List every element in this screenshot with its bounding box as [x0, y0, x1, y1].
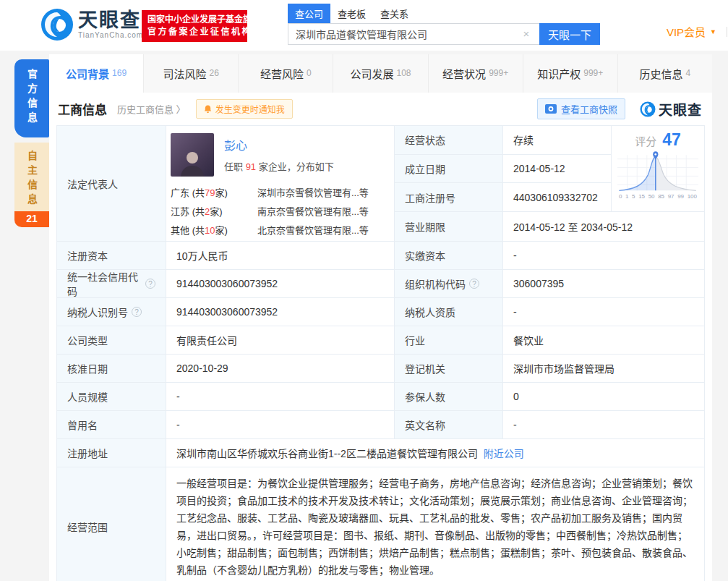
history-business-info-link[interactable]: 历史工商信息 〉: [117, 102, 186, 116]
search-tabs: 查公司 查老板 查关系: [288, 6, 600, 23]
tab-count: 999+: [583, 68, 603, 78]
field-value: 914403003060073952: [166, 270, 395, 297]
bell-icon: [204, 105, 212, 114]
field-label: 人员规模: [57, 383, 166, 410]
company-score-panel: 评分47: [612, 126, 704, 212]
company-profile-card: 公司背景169 司法风险26 经营风险0 公司发展108 经营状况999+ 知识…: [49, 54, 712, 581]
tab-operation-status[interactable]: 经营状况999+: [429, 54, 523, 93]
tianyancha-swirl-icon: [40, 8, 74, 41]
sidebar-tab-self-info[interactable]: 自主信息: [14, 143, 49, 211]
legal-rep-photo[interactable]: [171, 133, 214, 177]
field-label: 核准日期: [57, 355, 166, 382]
field-value: 深圳市市场监督管理局: [503, 355, 704, 382]
search-input[interactable]: [288, 23, 539, 45]
sidebar-tab-official-info[interactable]: 官方信息: [14, 59, 49, 137]
search-tab-boss[interactable]: 查老板: [330, 4, 373, 23]
field-label-establish-date: 成立日期: [395, 155, 503, 183]
clear-search-icon[interactable]: ×: [521, 27, 532, 40]
field-label: 纳税人资质: [395, 298, 503, 326]
field-value-establish-date: 2014-05-12: [503, 155, 612, 183]
distribution-row: 江苏 (共2家) 南京奈雪餐饮管理有限...等: [171, 203, 394, 221]
tab-operation-risk[interactable]: 经营风险0: [239, 54, 333, 93]
field-value: 306007395: [503, 270, 704, 297]
search-tab-company[interactable]: 查公司: [288, 4, 330, 23]
camera-icon: [545, 104, 557, 114]
distribution-row: 广东 (共79家) 深圳市奈雪餐饮管理有...等: [171, 184, 394, 203]
tianyancha-logo[interactable]: 天眼查 TianYanCha.com: [40, 8, 143, 41]
field-value: 914403003060073952: [166, 298, 395, 326]
search-tab-relation[interactable]: 查关系: [373, 4, 416, 23]
score-axis-ticks: 0151550859799100: [617, 193, 698, 200]
table-row-business-scope: 经营范围 一般经营项目是：为餐饮企业提供管理服务；经营电子商务，房地产信息咨询；…: [57, 467, 704, 581]
view-business-snapshot-button[interactable]: 查看工商快照: [537, 98, 625, 119]
field-value: -: [503, 242, 704, 269]
tab-count: 108: [396, 68, 411, 78]
tianyancha-watermark-logo: 天眼查: [640, 99, 702, 119]
header-right: VIP会员 ▼ 百宝箱: [667, 24, 728, 39]
nearby-companies-link[interactable]: 附近公司: [484, 446, 524, 460]
tab-history-info[interactable]: 历史信息4: [618, 54, 712, 93]
search-area: 查公司 查老板 查关系 × 天眼一下: [288, 6, 600, 45]
tab-company-background[interactable]: 公司背景169: [49, 54, 144, 93]
distribution-company-link[interactable]: 南京奈雪餐饮管理有限...等: [257, 203, 369, 221]
legal-rep-summary: 任职 91 家企业，分布如下: [224, 159, 334, 173]
field-value-registered-address: 深圳市南山区华侨城欢乐谷商业街1--2区二楼品道餐饮管理有限公司 附近公司: [166, 439, 704, 467]
score-value: 47: [662, 130, 681, 149]
field-value: -: [166, 411, 395, 438]
field-value: 有限责任公司: [166, 326, 395, 354]
help-icon[interactable]: ?: [145, 279, 155, 289]
section-title: 工商信息: [58, 100, 107, 118]
table-row: 公司类型 有限责任公司 行业 餐饮业: [57, 326, 704, 355]
self-info-count-badge[interactable]: 21: [14, 211, 49, 227]
field-label: 公司类型: [57, 326, 166, 354]
tianyancha-swirl-icon: [640, 101, 656, 117]
score-distribution-chart: [617, 150, 698, 193]
legal-rep-distribution: 广东 (共79家) 深圳市奈雪餐饮管理有...等 江苏 (共2家) 南京奈雪餐饮…: [171, 184, 394, 240]
tab-count: 26: [210, 68, 219, 78]
field-label-business-scope: 经营范围: [57, 467, 166, 581]
side-tabs: 官方信息 自主信息 21: [14, 59, 49, 227]
tab-count: 999+: [489, 68, 508, 78]
gov-certification-badge: 国家中小企业发展子基金旗下 官方备案企业征信机构: [142, 10, 247, 42]
tab-judicial-risk[interactable]: 司法风险26: [144, 54, 239, 93]
tab-company-development[interactable]: 公司发展108: [333, 54, 428, 93]
legal-representative-cell: 彭心 任职 91 家企业，分布如下 广东 (共79家) 深圳市奈雪餐饮管理有..…: [166, 126, 395, 241]
search-button[interactable]: 天眼一下: [539, 23, 600, 45]
tab-count: 0: [307, 68, 312, 78]
help-icon[interactable]: ?: [469, 279, 479, 289]
distribution-company-link[interactable]: 北京奈雪餐饮管理有限...等: [257, 221, 369, 240]
table-row: 曾用名 - 英文名称 -: [57, 411, 704, 439]
business-info-table: 法定代表人 彭心 任职 91 家企业，分布如下: [56, 125, 705, 581]
field-label: 登记机关: [395, 355, 503, 382]
field-value: 10万人民币: [166, 242, 395, 269]
vip-caret-icon[interactable]: ▼: [710, 28, 716, 35]
notify-on-change-button[interactable]: 发生变更时通知我: [196, 99, 293, 119]
help-icon[interactable]: ?: [132, 307, 142, 317]
company-nav-tabs: 公司背景169 司法风险26 经营风险0 公司发展108 经营状况999+ 知识…: [49, 54, 712, 93]
vip-link[interactable]: VIP会员: [667, 24, 706, 39]
field-label-registered-address: 注册地址: [57, 439, 166, 467]
field-value-registration-number: 440306109332702: [503, 183, 612, 211]
tab-intellectual-property[interactable]: 知识产权999+: [523, 54, 618, 93]
distribution-row: 其他 (共10家) 北京奈雪餐饮管理有限...等: [171, 221, 394, 240]
table-row: 人员规模 - 参保人数 0: [57, 383, 704, 411]
official-info-label: 官方信息: [25, 69, 39, 127]
gov-badge-line2: 官方备案企业征信机构: [147, 26, 241, 38]
tab-count: 169: [112, 68, 127, 78]
field-label: 统一社会信用代码?: [57, 270, 166, 297]
field-value-business-term: 2014-05-12 至 2034-05-12: [503, 212, 704, 241]
field-label: 注册资本: [57, 242, 166, 269]
legal-rep-name-link[interactable]: 彭心: [224, 140, 247, 152]
person-silhouette-icon: [176, 149, 208, 177]
field-value: -: [503, 298, 704, 326]
distribution-company-link[interactable]: 深圳市奈雪餐饮管理有...等: [257, 184, 369, 203]
brand-name: 天眼查: [78, 10, 143, 30]
field-label: 曾用名: [57, 411, 166, 438]
top-header: 天眼查 TianYanCha.com 国家中小企业发展子基金旗下 官方备案企业征…: [0, 0, 728, 51]
field-label: 英文名称: [395, 411, 503, 438]
field-label-business-term: 营业期限: [395, 212, 503, 241]
field-value: 餐饮业: [503, 326, 704, 354]
field-label-registration-number: 工商注册号: [395, 183, 503, 211]
business-info-section-header: 工商信息 历史工商信息 〉 发生变更时通知我 查看工商快照: [49, 93, 712, 125]
field-value: -: [166, 383, 395, 410]
